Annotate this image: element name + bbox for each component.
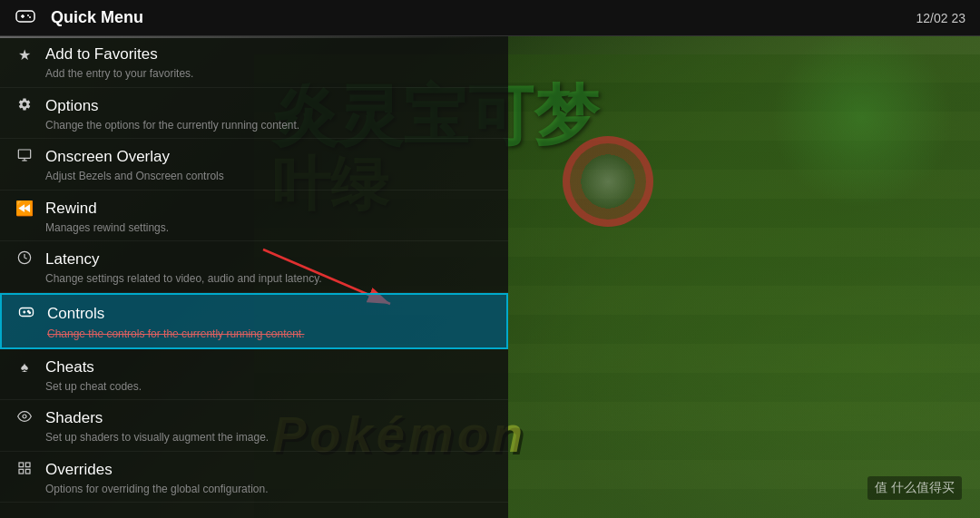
rewind-desc: Manages rewind settings. <box>15 221 494 236</box>
latency-label: Latency <box>45 250 100 269</box>
svg-rect-17 <box>25 469 30 474</box>
favorites-desc: Add the entry to your favorites. <box>15 67 494 82</box>
menu-container: ★ Add to Favorites Add the entry to your… <box>0 36 508 518</box>
rewind-icon: ⏪ <box>15 200 34 217</box>
menu-item-overrides[interactable]: Overrides Options for overriding the glo… <box>0 452 508 503</box>
shaders-icon <box>15 409 34 427</box>
menu-item-cheats[interactable]: ♠ Cheats Set up cheat codes. <box>0 349 508 401</box>
menu-item-options[interactable]: Options Change the options for the curre… <box>0 88 508 140</box>
cheats-desc: Set up cheat codes. <box>15 380 494 395</box>
svg-rect-16 <box>25 463 30 467</box>
cheats-label: Cheats <box>45 358 94 376</box>
watermark: 值 什么值得买 <box>867 476 962 500</box>
cheats-icon: ♠ <box>15 359 34 376</box>
svg-point-13 <box>29 312 31 314</box>
menu-item-favorites[interactable]: ★ Add to Favorites Add the entry to your… <box>0 36 508 88</box>
options-desc: Change the options for the currently run… <box>15 119 494 133</box>
svg-rect-15 <box>19 463 24 467</box>
menu-item-overlay[interactable]: Onscreen Overlay Adjust Bezels and Onscr… <box>0 139 508 191</box>
overrides-label: Overrides <box>45 461 113 479</box>
menu-item-latency[interactable]: Latency Change settings related to video… <box>0 241 508 293</box>
controls-icon <box>16 304 36 324</box>
favorites-icon: ★ <box>15 46 34 64</box>
favorites-label: Add to Favorites <box>45 45 158 64</box>
svg-point-14 <box>23 415 26 418</box>
latency-icon <box>15 250 34 269</box>
overrides-desc: Options for overriding the global config… <box>15 483 494 497</box>
options-icon <box>15 97 34 115</box>
controller-icon <box>15 5 36 27</box>
options-label: Options <box>45 97 99 115</box>
latency-desc: Change settings related to video, audio … <box>15 272 494 287</box>
clock-display: 12/02 23 <box>916 11 966 25</box>
pokeball-decoration <box>563 136 653 227</box>
svg-rect-0 <box>16 11 34 22</box>
svg-point-3 <box>27 15 29 16</box>
overrides-icon <box>15 461 34 479</box>
overlay-icon <box>15 148 34 166</box>
menu-item-controls[interactable]: Controls Change the controls for the cur… <box>0 293 508 349</box>
controls-desc: Change the controls for the currently ru… <box>16 327 492 342</box>
shaders-label: Shaders <box>45 409 103 427</box>
app-icon <box>15 5 40 31</box>
svg-point-4 <box>29 16 31 18</box>
svg-rect-9 <box>20 308 34 316</box>
controls-label: Controls <box>47 305 104 323</box>
header: Quick Menu 12/02 23 <box>0 0 980 36</box>
svg-rect-5 <box>18 150 30 158</box>
menu-item-shaders[interactable]: Shaders Set up shaders to visually augme… <box>0 400 508 452</box>
overlay-label: Onscreen Overlay <box>45 148 170 166</box>
menu-item-rewind[interactable]: ⏪ Rewind Manages rewind settings. <box>0 191 508 242</box>
page-title: Quick Menu <box>51 8 916 27</box>
shaders-desc: Set up shaders to visually augment the i… <box>15 431 494 445</box>
rewind-label: Rewind <box>45 200 97 218</box>
overlay-desc: Adjust Bezels and Onscreen controls <box>15 170 494 184</box>
pokemon-silhouette <box>771 27 953 209</box>
svg-rect-18 <box>19 469 24 474</box>
